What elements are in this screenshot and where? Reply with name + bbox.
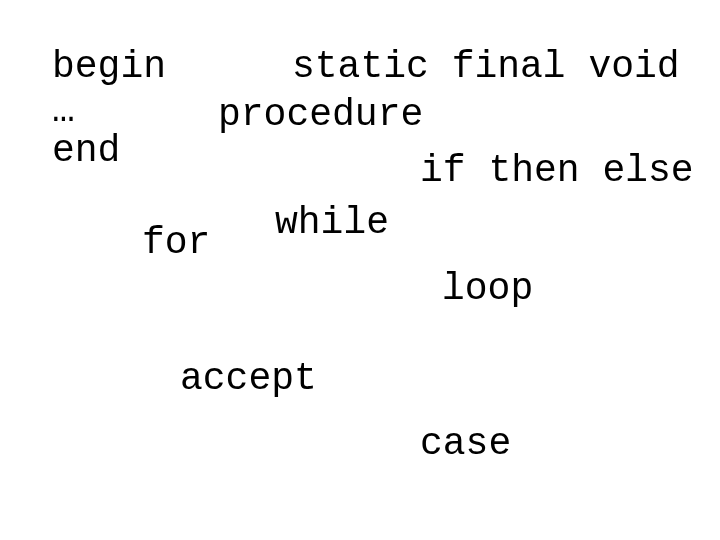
keyword-accept: accept: [180, 360, 317, 398]
keyword-while: while: [275, 204, 389, 242]
keyword-begin: begin: [52, 48, 166, 86]
keyword-end: end: [52, 132, 120, 170]
keyword-case: case: [420, 425, 511, 463]
keyword-procedure: procedure: [218, 96, 423, 134]
keyword-for: for: [142, 224, 210, 262]
keyword-loop: loop: [442, 270, 533, 308]
keyword-static-final-void: static final void: [292, 48, 680, 86]
keyword-ellipsis: …: [52, 92, 75, 130]
keyword-if-then-else: if then else: [420, 152, 694, 190]
